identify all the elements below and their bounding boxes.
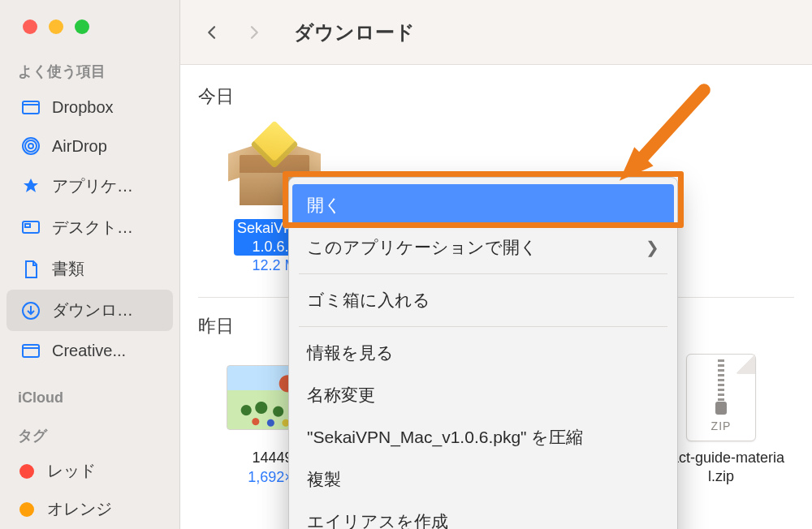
sidebar-item-documents[interactable]: 書類 xyxy=(6,248,173,290)
svg-point-1 xyxy=(28,144,33,148)
airdrop-icon xyxy=(21,136,41,156)
close-window-button[interactable] xyxy=(23,19,37,34)
menu-item-label: "SekaiVPN_Mac_v1.0.6.pkg" を圧縮 xyxy=(307,426,583,449)
svg-rect-7 xyxy=(23,345,39,357)
sidebar-item-dropbox[interactable]: Dropbox xyxy=(6,88,173,127)
sidebar-item-label: アプリケ… xyxy=(52,175,133,197)
context-menu-item-getinfo[interactable]: 情報を見る xyxy=(289,332,677,374)
sidebar-item-applications[interactable]: アプリケ… xyxy=(6,166,173,207)
nav-forward-button[interactable] xyxy=(244,22,265,43)
nav-back-button[interactable] xyxy=(201,22,222,43)
sidebar-section-favorites: よく使う項目 xyxy=(0,57,179,88)
zip-badge: ZIP xyxy=(711,419,732,432)
menu-separator xyxy=(299,273,667,274)
svg-rect-0 xyxy=(23,101,39,114)
zip-icon: ZIP xyxy=(672,353,770,442)
svg-rect-5 xyxy=(25,224,30,227)
context-menu-item-trash[interactable]: ゴミ箱に入れる xyxy=(289,279,677,321)
menu-item-label: 名称変更 xyxy=(307,384,375,406)
context-menu-item-duplicate[interactable]: 複製 xyxy=(289,458,677,501)
sidebar-item-creative[interactable]: Creative... xyxy=(6,331,173,370)
minimize-window-button[interactable] xyxy=(49,19,63,34)
sidebar-item-airdrop[interactable]: AirDrop xyxy=(6,127,173,166)
finder-window: よく使う項目 Dropbox AirDrop アプリケ… デスクト… xyxy=(0,0,812,529)
downloads-icon xyxy=(21,301,41,320)
desktop-icon xyxy=(21,218,41,238)
tag-color-icon xyxy=(19,464,34,479)
sidebar-item-label: Creative... xyxy=(52,342,126,360)
menu-item-label: ゴミ箱に入れる xyxy=(307,289,430,312)
fullscreen-window-button[interactable] xyxy=(75,19,89,34)
context-menu-item-open[interactable]: 開く xyxy=(292,184,674,226)
menu-item-label: 開く xyxy=(307,194,342,217)
window-controls xyxy=(0,6,179,57)
chevron-right-icon: ❯ xyxy=(646,238,659,257)
applications-icon xyxy=(21,177,41,196)
toolbar: ダウンロード xyxy=(180,0,812,65)
sidebar-tag-orange[interactable]: オレンジ xyxy=(0,490,179,528)
menu-item-label: このアプリケーションで開く xyxy=(307,236,538,259)
sidebar-item-label: AirDrop xyxy=(52,137,107,156)
context-menu-item-rename[interactable]: 名称変更 xyxy=(289,374,677,416)
context-menu-item-alias[interactable]: エイリアスを作成 xyxy=(289,501,677,529)
context-menu-item-open-with[interactable]: このアプリケーションで開く ❯ xyxy=(289,226,677,269)
folder-icon xyxy=(21,341,41,360)
sidebar-item-label: ダウンロ… xyxy=(52,299,133,321)
sidebar: よく使う項目 Dropbox AirDrop アプリケ… デスクト… xyxy=(0,0,180,529)
svg-point-2 xyxy=(25,140,37,152)
sidebar-item-downloads[interactable]: ダウンロ… xyxy=(6,290,173,331)
sidebar-item-label: Dropbox xyxy=(52,98,114,117)
sidebar-item-desktop[interactable]: デスクト… xyxy=(6,207,173,248)
sidebar-tag-label: オレンジ xyxy=(47,498,112,520)
sidebar-section-icloud: iCloud xyxy=(0,385,179,413)
context-menu-item-compress[interactable]: "SekaiVPN_Mac_v1.0.6.pkg" を圧縮 xyxy=(289,416,677,458)
window-title: ダウンロード xyxy=(294,19,415,45)
group-header-today: 今日 xyxy=(198,84,794,109)
menu-item-label: エイリアスを作成 xyxy=(307,510,448,529)
folder-icon xyxy=(21,97,41,117)
menu-separator xyxy=(299,326,667,327)
sidebar-item-label: デスクト… xyxy=(52,217,133,239)
menu-item-label: 複製 xyxy=(307,468,341,491)
sidebar-tag-label: レッド xyxy=(47,460,96,482)
document-icon xyxy=(21,260,41,279)
tag-color-icon xyxy=(19,502,34,517)
sidebar-section-tags: タグ xyxy=(0,421,179,452)
sidebar-item-label: 書類 xyxy=(52,258,84,280)
context-menu: 開く このアプリケーションで開く ❯ ゴミ箱に入れる 情報を見る 名称変更 "S… xyxy=(288,177,678,529)
menu-item-label: 情報を見る xyxy=(307,342,394,364)
sidebar-tag-red[interactable]: レッド xyxy=(0,452,179,490)
